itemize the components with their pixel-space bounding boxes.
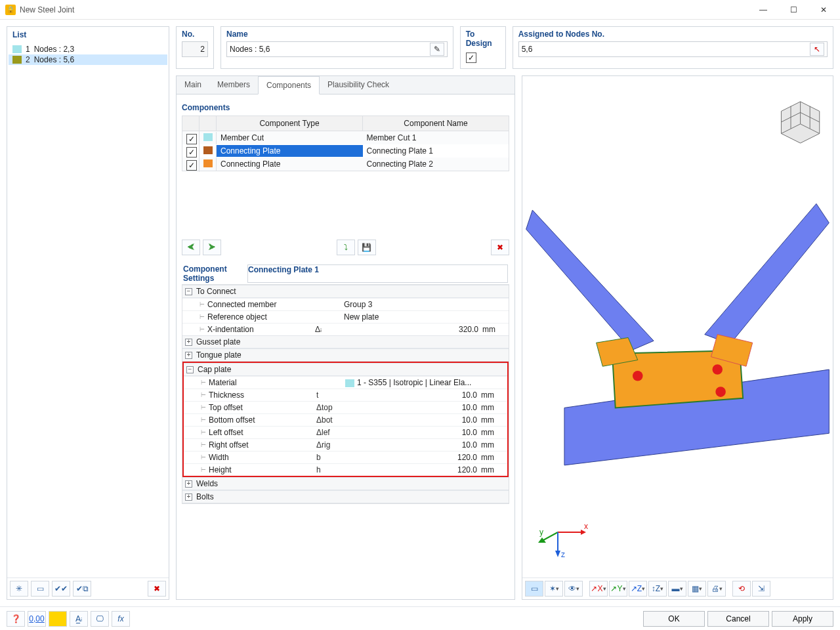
maximize-button[interactable]: ☐ <box>778 0 808 20</box>
app-icon: 🔒 <box>5 5 16 15</box>
minimize-button[interactable]: — <box>748 0 778 20</box>
window-title: New Steel Joint <box>20 5 748 14</box>
titlebar: 🔒 New Steel Joint — ☐ ✕ <box>0 0 840 20</box>
close-button[interactable]: ✕ <box>808 0 839 20</box>
